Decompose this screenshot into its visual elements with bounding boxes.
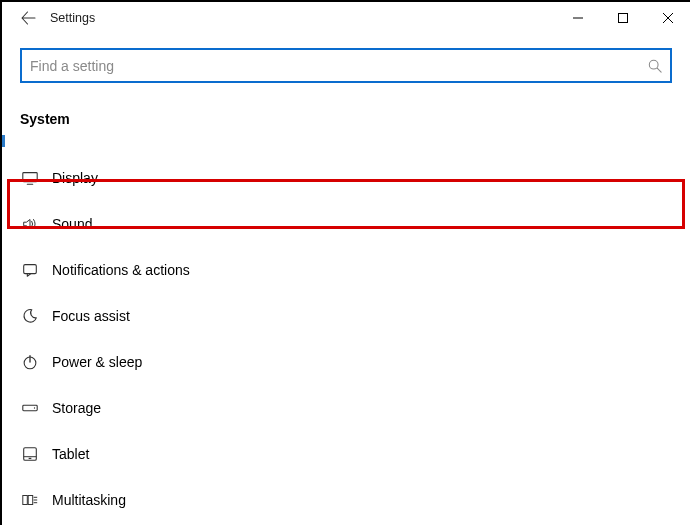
nav-accent	[2, 135, 5, 147]
nav-item-label: Storage	[52, 400, 101, 416]
nav-item-power-sleep[interactable]: Power & sleep	[2, 339, 690, 385]
storage-icon	[20, 398, 40, 418]
search-icon	[648, 59, 662, 73]
svg-rect-3	[24, 265, 37, 274]
nav-list: Display Sound Notifications & actions Fo…	[2, 135, 690, 523]
nav-item-sound[interactable]: Sound	[2, 201, 690, 247]
nav-item-notifications[interactable]: Notifications & actions	[2, 247, 690, 293]
minimize-icon	[573, 13, 583, 23]
nav-item-label: Display	[52, 170, 98, 186]
nav-item-label: Power & sleep	[52, 354, 142, 370]
window-title: Settings	[50, 11, 95, 25]
power-icon	[20, 352, 40, 372]
svg-rect-8	[29, 458, 32, 459]
nav-item-display[interactable]: Display	[2, 155, 690, 201]
nav-item-label: Tablet	[52, 446, 89, 462]
focus-assist-icon	[20, 306, 40, 326]
close-icon	[663, 13, 673, 23]
tablet-icon	[20, 444, 40, 464]
section-header: System	[2, 83, 690, 135]
notifications-icon	[20, 260, 40, 280]
nav-item-multitasking[interactable]: Multitasking	[2, 477, 690, 523]
search-box[interactable]	[20, 48, 672, 83]
close-button[interactable]	[645, 2, 690, 34]
nav-item-label: Notifications & actions	[52, 262, 190, 278]
svg-point-6	[34, 407, 35, 408]
nav-item-label: Sound	[52, 216, 92, 232]
maximize-icon	[618, 13, 628, 23]
svg-rect-10	[28, 496, 33, 505]
nav-item-focus-assist[interactable]: Focus assist	[2, 293, 690, 339]
arrow-left-icon	[20, 10, 36, 26]
display-icon	[20, 168, 40, 188]
minimize-button[interactable]	[555, 2, 600, 34]
search-input[interactable]	[30, 50, 648, 81]
nav-item-storage[interactable]: Storage	[2, 385, 690, 431]
svg-rect-0	[618, 14, 627, 23]
nav-item-label: Multitasking	[52, 492, 126, 508]
multitasking-icon	[20, 490, 40, 510]
nav-item-label: Focus assist	[52, 308, 130, 324]
svg-rect-2	[23, 173, 37, 182]
maximize-button[interactable]	[600, 2, 645, 34]
svg-rect-9	[23, 496, 28, 505]
svg-point-1	[649, 60, 658, 69]
nav-item-tablet[interactable]: Tablet	[2, 431, 690, 477]
sound-icon	[20, 214, 40, 234]
back-button[interactable]	[8, 2, 48, 34]
